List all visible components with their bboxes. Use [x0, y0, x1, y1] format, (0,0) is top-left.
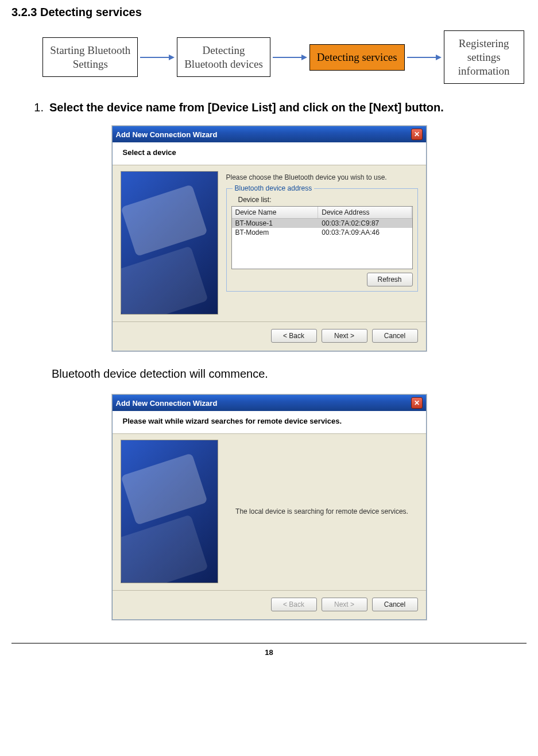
next-button: Next >	[322, 598, 367, 611]
list-header: Device Name Device Address	[232, 207, 412, 219]
svg-marker-1	[169, 55, 175, 60]
wizard-2-container: Add New Connection Wizard ✕ Please wait …	[11, 394, 527, 620]
flow-step-3-active: Detecting services	[309, 44, 405, 71]
flow-step-1: Starting BluetoothSettings	[42, 37, 138, 77]
groupbox-device-address: Bluetooth device address Device list: De…	[226, 188, 418, 292]
device-list-label: Device list:	[238, 196, 413, 204]
flow-step-2: DetectingBluetooth devices	[177, 37, 270, 77]
wizard-body: The local device is searching for remote…	[113, 434, 426, 587]
step-1-number: 1.	[29, 101, 44, 114]
table-row[interactable]: BT-Modem 00:03:7A:09:AA:46	[232, 228, 412, 237]
device-list[interactable]: Device Name Device Address BT-Mouse-1 00…	[231, 206, 413, 269]
flow-step-4-label: Registeringsettingsinformation	[458, 37, 510, 77]
wizard-illustration	[121, 440, 218, 583]
flow-diagram: Starting BluetoothSettings DetectingBlue…	[40, 30, 527, 84]
svg-marker-5	[436, 55, 442, 60]
cancel-button[interactable]: Cancel	[372, 598, 418, 611]
refresh-button[interactable]: Refresh	[367, 273, 413, 286]
arrow-icon	[405, 53, 444, 61]
flow-step-3-label: Detecting services	[317, 51, 397, 63]
titlebar: Add New Connection Wizard ✕	[113, 126, 426, 142]
searching-message-pane: The local device is searching for remote…	[226, 440, 418, 583]
step-1: 1. Select the device name from [Device L…	[29, 101, 527, 114]
groupbox-legend: Bluetooth device address	[233, 184, 315, 192]
wizard-2: Add New Connection Wizard ✕ Please wait …	[112, 394, 427, 620]
titlebar: Add New Connection Wizard ✕	[113, 395, 426, 411]
wizard-right-pane: Please choose the Bluetooth device you w…	[226, 171, 418, 315]
wizard-footer: < Back Next > Cancel	[113, 322, 426, 351]
flow-step-4: Registeringsettingsinformation	[444, 30, 524, 84]
close-icon[interactable]: ✕	[411, 397, 423, 409]
refresh-row: Refresh	[231, 273, 413, 286]
window-title: Add New Connection Wizard	[116, 130, 411, 139]
cell-device-name: BT-Modem	[232, 228, 319, 237]
wizard-banner: Please wait while wizard searches for re…	[113, 411, 426, 434]
window-title: Add New Connection Wizard	[116, 399, 411, 408]
back-button[interactable]: < Back	[271, 329, 317, 343]
next-button[interactable]: Next >	[322, 329, 367, 343]
flow-step-2-label: DetectingBluetooth devices	[184, 44, 263, 70]
wizard-footer: < Back Next > Cancel	[113, 591, 426, 619]
col-header-address[interactable]: Device Address	[318, 207, 412, 218]
cell-device-name: BT-Mouse-1	[232, 219, 319, 227]
searching-message: The local device is searching for remote…	[235, 507, 408, 515]
cell-device-address: 00:03:7A:02:C9:87	[318, 219, 412, 227]
wizard-1: Add New Connection Wizard ✕ Select a dev…	[112, 126, 427, 351]
back-button: < Back	[271, 598, 317, 611]
cell-device-address: 00:03:7A:09:AA:46	[318, 228, 412, 237]
page-number: 18	[11, 643, 527, 657]
list-rows: BT-Mouse-1 00:03:7A:02:C9:87 BT-Modem 00…	[232, 219, 412, 237]
svg-marker-3	[301, 55, 307, 60]
wizard-body: Please choose the Bluetooth device you w…	[113, 165, 426, 318]
wizard-banner: Select a device	[113, 142, 426, 165]
arrow-icon	[270, 53, 309, 61]
between-text: Bluetooth device detection will commence…	[52, 367, 527, 381]
section-heading: 3.2.3 Detecting services	[11, 6, 527, 19]
arrow-icon	[138, 53, 177, 61]
cancel-button[interactable]: Cancel	[372, 329, 418, 343]
table-row[interactable]: BT-Mouse-1 00:03:7A:02:C9:87	[232, 219, 412, 228]
intro-text: Please choose the Bluetooth device you w…	[226, 173, 418, 181]
col-header-name[interactable]: Device Name	[232, 207, 319, 218]
flow-step-1-label: Starting BluetoothSettings	[50, 44, 130, 70]
step-1-text: Select the device name from [Device List…	[49, 101, 444, 114]
wizard-illustration	[121, 171, 218, 315]
close-icon[interactable]: ✕	[411, 129, 423, 140]
wizard-1-container: Add New Connection Wizard ✕ Select a dev…	[11, 126, 527, 351]
